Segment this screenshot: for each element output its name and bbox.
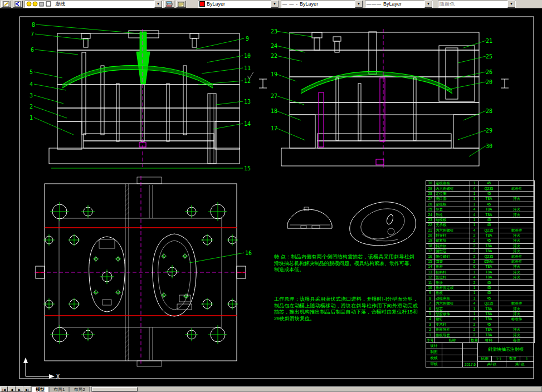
bom-cell-mat: T8A [479, 207, 499, 212]
scrollbar-track[interactable] [91, 386, 542, 392]
role-date [463, 343, 477, 349]
bom-row: 30 定模座板 1 45 [426, 181, 535, 186]
bom-cell-name: 导柱 [434, 212, 470, 217]
tab-layout2[interactable]: 布局2 [69, 386, 89, 392]
bom-row: 6 型芯 1 T8A 淬火 [426, 306, 535, 311]
bom-row: 2 推板导柱 2 T8A 淬火 [426, 327, 535, 332]
bom-cell-name: 内六角螺钉 [434, 228, 470, 233]
bom-cell-qty: 4 [470, 275, 479, 280]
bom-cell-qty: 4 [470, 317, 479, 322]
bom-cell-mat: 45 [479, 202, 499, 207]
bom-row: 1 推板导套 2 T8A 淬火 [426, 332, 535, 337]
layer-states-icon [178, 1, 184, 7]
lineweight-control-dropdown[interactable]: ——— ByLayer ▼ [365, 1, 433, 8]
bom-cell-qty: 1 [470, 270, 479, 275]
title-block-role-row: 校核 [426, 355, 477, 361]
title-block: 设计 制图 校核 审核 2017.6 斜滑块抽芯注射模 比例 1:1 [426, 342, 534, 367]
chevron-down-icon[interactable]: ▼ [355, 1, 363, 8]
layer-states-button[interactable] [176, 1, 186, 8]
part-callout: 7 [31, 31, 34, 37]
product-side-view [287, 207, 332, 228]
part-callout: 18 [271, 108, 277, 114]
bom-row: 13 拉料杆 1 T8A 淬火 [426, 270, 535, 275]
bom-row: 18 斜滑块 2 T8A 淬火 [426, 243, 535, 248]
scrollbar-thumb[interactable] [92, 387, 138, 391]
bom-cell-note: 淬火 [499, 212, 535, 217]
bom-cell-name: 推板导柱 [434, 327, 470, 332]
bom-row: 21 内六角螺钉 4 Q235 标准件 [426, 228, 535, 233]
role-date [463, 349, 477, 355]
part-callout: 20 [486, 79, 492, 85]
bom-cell-name: 支承板 [434, 223, 470, 228]
bom-row: 23 动模板 1 45 [426, 217, 535, 222]
part-callout: 23 [271, 28, 277, 35]
bom-row: 24 导柱 4 T8A 淬火 [426, 212, 535, 217]
bom-cell-no: 30 [426, 181, 434, 186]
linetype-control-dropdown[interactable]: — — - ByLayer ▼ [281, 1, 363, 8]
bom-cell-mat: 65Mn [479, 259, 499, 264]
current-lineweight: ByLayer [383, 1, 402, 7]
horizontal-scrollbar[interactable] [91, 386, 542, 392]
chevron-down-icon[interactable]: ▼ [424, 1, 432, 8]
product-iso-view [350, 202, 416, 246]
bom-cell-note: 淬火 [499, 311, 535, 316]
bom-cell-name: 销钉 [434, 317, 470, 322]
bom-cell-no: 14 [426, 264, 434, 270]
layer-manager-button[interactable] [164, 1, 174, 8]
bom-cell-mat: T8A [479, 270, 499, 275]
bom-cell-mat: 45 [479, 322, 499, 327]
layer-previous-icon [14, 1, 21, 7]
bom-cell-name: 定模座板 [434, 181, 470, 186]
role-signature [442, 355, 463, 361]
layer-lock-icon [40, 2, 43, 6]
first-tab-button[interactable]: |◀ [0, 386, 8, 392]
plan-view-mold-plate [35, 176, 246, 366]
chevron-down-icon[interactable]: ▼ [271, 1, 279, 8]
bom-cell-qty: 2 [470, 327, 479, 332]
bom-cell-qty: 4 [470, 212, 479, 217]
bom-row: 7 内六角螺钉 4 Q235 标准件 [426, 301, 535, 306]
color-control-dropdown[interactable]: ByLayer ▼ [198, 1, 279, 8]
layer-color-chip [46, 2, 51, 6]
current-linetype: ByLayer [300, 1, 318, 7]
qty-value: 1 [520, 356, 534, 361]
layer-control-dropdown[interactable]: 虚线 ▼ [25, 1, 163, 8]
bom-cell-note: 标准件 [499, 317, 535, 322]
part-callout: 6 [31, 47, 34, 53]
part-callout: 13 [244, 99, 251, 105]
bom-cell-mat: 45 [479, 280, 499, 285]
prev-tab-button[interactable]: ◀ [8, 386, 16, 392]
bom-cell-note: 淬火 [499, 238, 535, 243]
bom-cell-qty: 2 [470, 332, 479, 337]
bom-row: 17 侧型芯 2 T8A 淬火 [426, 249, 535, 254]
make-object-layer-current-button[interactable] [1, 1, 11, 8]
bom-cell-note: 淬火 [499, 306, 535, 311]
bom-cell-no: 6 [426, 306, 434, 311]
chevron-down-icon[interactable]: ▼ [154, 1, 162, 8]
bom-cell-mat: T8A [479, 306, 499, 311]
part-callout: 12 [244, 78, 251, 84]
bom-cell-qty: 2 [470, 249, 479, 254]
bom-cell-no: 29 [426, 186, 434, 191]
bom-cell-mat: 45 [479, 181, 499, 186]
role-signature [442, 343, 463, 349]
next-tab-button[interactable]: ▶ [16, 386, 23, 392]
last-tab-button[interactable]: ▶| [23, 386, 31, 392]
bom-cell-note [499, 223, 535, 228]
bom-cell-no: 13 [426, 270, 434, 275]
bom-cell-note: 淬火 [499, 207, 535, 212]
bom-cell-qty: 2 [470, 254, 479, 259]
sheet-total: 共1张 [478, 362, 506, 367]
tab-model[interactable]: 模型 [31, 386, 49, 392]
bom-cell-mat: T8A [479, 332, 499, 337]
bom-row: 26 定模板 1 45 [426, 202, 535, 207]
bom-cell-qty: 1 [470, 223, 479, 228]
bom-cell-no: 15 [426, 259, 434, 264]
bom-cell-no: 9 [426, 291, 434, 296]
linetype-preview: — — - [282, 2, 298, 7]
layer-previous-button[interactable] [13, 1, 23, 8]
qty-label: 数量 [506, 356, 520, 361]
bom-cell-no: 4 [426, 317, 434, 322]
tab-layout1[interactable]: 布局1 [49, 386, 69, 392]
bom-cell-no: 20 [426, 233, 434, 238]
